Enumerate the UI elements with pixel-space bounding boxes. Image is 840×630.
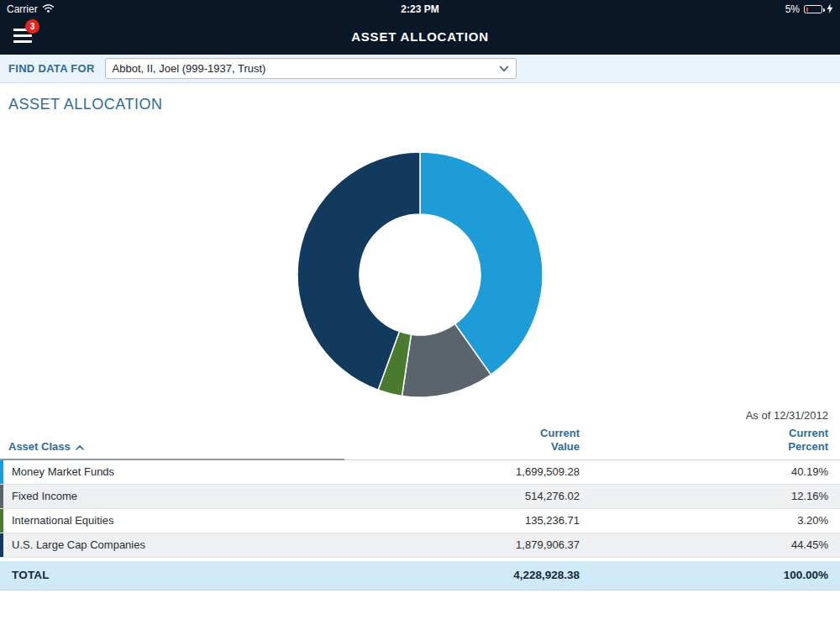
current-percent-cell: 44.45%	[580, 538, 840, 551]
carrier-label: Carrier	[7, 3, 38, 15]
total-percent: 100.00%	[580, 569, 840, 581]
total-row: TOTAL 4,228,928.38 100.00%	[0, 560, 840, 591]
table-header-row: Asset Class Current Value Current Percen…	[0, 425, 840, 460]
find-data-bar: FIND DATA FOR Abbot, II, Joel (999-1937,…	[0, 55, 840, 83]
total-value: 4,228,928.38	[344, 569, 580, 581]
sort-ascending-icon	[76, 440, 84, 454]
total-label: TOTAL	[0, 569, 344, 581]
current-value-cell: 135,236.71	[344, 514, 580, 527]
table-body: Money Market Funds 1,699,509.28 40.19% F…	[0, 460, 840, 558]
header-current-percent[interactable]: Current Percent	[773, 427, 828, 454]
clock: 2:23 PM	[0, 3, 840, 15]
status-bar: Carrier 2:23 PM 5%	[0, 0, 840, 18]
account-select-value: Abbot, II, Joel (999-1937, Trust)	[113, 62, 266, 75]
asset-class-cell: U.S. Large Cap Companies	[0, 538, 344, 551]
asset-class-cell: International Equities	[0, 514, 344, 527]
allocation-table: Asset Class Current Value Current Percen…	[0, 425, 840, 591]
nav-bar: 3 ASSET ALLOCATION	[0, 18, 840, 55]
table-row: Money Market Funds 1,699,509.28 40.19%	[0, 460, 840, 485]
row-color-bar	[0, 460, 3, 484]
header-asset-class[interactable]: Asset Class	[0, 440, 344, 454]
current-percent-cell: 12.16%	[580, 490, 840, 502]
asset-class-cell: Fixed Income	[0, 490, 344, 502]
charging-bolt-icon	[827, 3, 833, 16]
header-current-value[interactable]: Current Value	[524, 427, 580, 454]
current-percent-cell: 3.20%	[580, 514, 840, 527]
page-title: ASSET ALLOCATION	[0, 18, 840, 55]
current-value-cell: 514,276.02	[344, 490, 580, 502]
notification-badge: 3	[25, 19, 39, 34]
battery-percent-label: 5%	[785, 3, 800, 15]
row-color-bar	[0, 509, 3, 533]
current-value-cell: 1,879,906.37	[344, 538, 580, 551]
chevron-down-icon	[499, 62, 509, 75]
section-heading: ASSET ALLOCATION	[0, 83, 840, 113]
row-color-bar	[0, 485, 3, 508]
current-percent-cell: 40.19%	[580, 465, 840, 478]
wifi-icon	[42, 3, 55, 15]
table-row: International Equities 135,236.71 3.20%	[0, 509, 840, 533]
asset-class-cell: Money Market Funds	[0, 465, 344, 478]
battery-icon	[804, 5, 822, 13]
table-row: U.S. Large Cap Companies 1,879,906.37 44…	[0, 533, 840, 558]
account-select[interactable]: Abbot, II, Joel (999-1937, Trust)	[105, 58, 517, 79]
row-color-bar	[0, 533, 3, 557]
as-of-date: As of 12/31/2012	[0, 399, 840, 425]
table-row: Fixed Income 514,276.02 12.16%	[0, 485, 840, 509]
current-value-cell: 1,699,509.28	[344, 465, 580, 478]
find-data-label: FIND DATA FOR	[8, 62, 95, 75]
allocation-donut-chart	[296, 150, 544, 399]
